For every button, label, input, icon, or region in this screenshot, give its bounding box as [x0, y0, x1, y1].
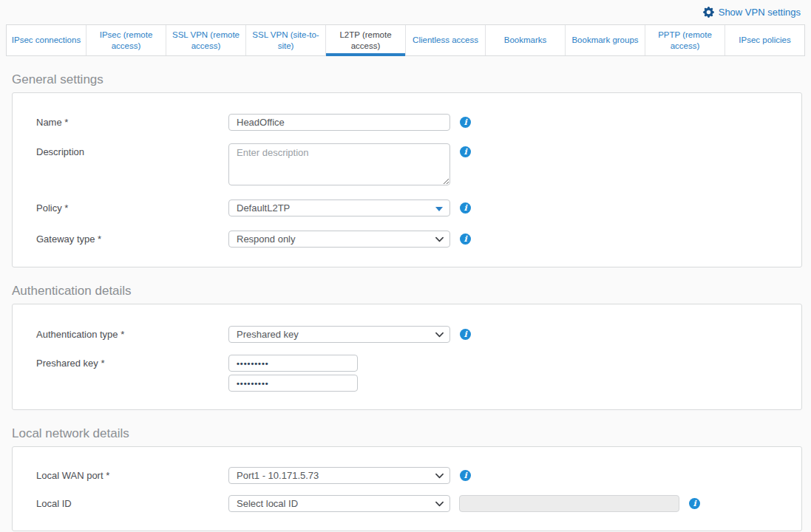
- vpn-tabbar: IPsec connections IPsec (remote access) …: [6, 24, 805, 56]
- tab-label: Bookmark groups: [571, 35, 638, 46]
- gateway-type-value: Respond only: [237, 233, 296, 245]
- tab-label: L2TP (remote access): [330, 30, 401, 52]
- tab-l2tp-remote-access[interactable]: L2TP (remote access): [325, 25, 405, 55]
- name-row: Name * i: [36, 114, 787, 131]
- local-id-value: Select local ID: [237, 498, 298, 509]
- chevron-down-icon: [435, 236, 444, 242]
- preshared-key-confirm-input[interactable]: [228, 375, 358, 392]
- gear-icon: [703, 7, 714, 18]
- tab-ipsec-connections[interactable]: IPsec connections: [7, 25, 86, 55]
- local-id-custom-input: [459, 495, 679, 512]
- local-id-row: Local ID Select local ID i: [36, 495, 787, 512]
- chevron-down-icon: [435, 501, 444, 507]
- preshared-key-row: Preshared key *: [36, 355, 787, 392]
- chevron-down-icon: [435, 473, 444, 479]
- show-vpn-settings-label: Show VPN settings: [719, 7, 801, 18]
- description-row: Description i: [36, 143, 787, 185]
- local-id-label: Local ID: [36, 495, 228, 512]
- local-wan-port-value: Port1 - 10.171.5.73: [237, 470, 319, 481]
- description-label: Description: [36, 143, 228, 160]
- info-icon[interactable]: i: [689, 498, 700, 509]
- tab-ipsec-policies[interactable]: IPsec policies: [725, 25, 804, 55]
- info-icon[interactable]: i: [460, 329, 471, 340]
- local-wan-port-label: Local WAN port *: [36, 467, 228, 484]
- tab-label: SSL VPN (site-to-site): [251, 30, 321, 52]
- gateway-type-select[interactable]: Respond only: [228, 231, 450, 248]
- local-wan-port-row: Local WAN port * Port1 - 10.171.5.73 i: [36, 467, 787, 484]
- name-input[interactable]: [228, 114, 450, 131]
- local-network-details-title: Local network details: [12, 426, 811, 441]
- policy-dropdown-value: DefaultL2TP: [237, 202, 290, 214]
- name-label: Name *: [36, 114, 228, 131]
- active-tab-indicator: [326, 53, 405, 56]
- tab-label: IPsec (remote access): [91, 30, 161, 52]
- policy-label: Policy *: [36, 200, 228, 216]
- auth-type-value: Preshared key: [237, 329, 299, 340]
- chevron-down-icon: [435, 332, 444, 338]
- general-settings-title: General settings: [12, 72, 811, 87]
- info-icon[interactable]: i: [460, 233, 471, 245]
- tab-label: IPsec connections: [12, 35, 81, 46]
- authentication-details-title: Authentication details: [12, 284, 811, 299]
- policy-row: Policy * DefaultL2TP i: [36, 200, 787, 216]
- tab-ssl-vpn-remote-access[interactable]: SSL VPN (remote access): [166, 25, 245, 55]
- caret-down-icon: [435, 207, 443, 211]
- gateway-type-row: Gateway type * Respond only i: [36, 231, 787, 248]
- tab-bookmark-groups[interactable]: Bookmark groups: [565, 25, 645, 55]
- local-id-select[interactable]: Select local ID: [228, 495, 450, 512]
- info-icon[interactable]: i: [460, 146, 471, 157]
- auth-type-select[interactable]: Preshared key: [228, 326, 450, 343]
- info-icon[interactable]: i: [460, 202, 471, 214]
- auth-type-label: Authentication type *: [36, 326, 228, 343]
- gateway-type-label: Gateway type *: [36, 231, 228, 248]
- vpn-settings-page: Show VPN settings IPsec connections IPse…: [0, 0, 811, 532]
- local-wan-port-select[interactable]: Port1 - 10.171.5.73: [228, 467, 450, 484]
- info-icon[interactable]: i: [460, 117, 471, 128]
- show-vpn-settings-button[interactable]: Show VPN settings: [703, 7, 801, 18]
- tab-pptp-remote-access[interactable]: PPTP (remote access): [645, 25, 725, 55]
- tab-bookmarks[interactable]: Bookmarks: [485, 25, 565, 55]
- tab-label: PPTP (remote access): [650, 30, 720, 52]
- description-textarea[interactable]: [228, 143, 450, 185]
- tab-ipsec-remote-access[interactable]: IPsec (remote access): [86, 25, 166, 55]
- tab-clientless-access[interactable]: Clientless access: [405, 25, 485, 55]
- tab-label: SSL VPN (remote access): [171, 30, 241, 52]
- preshared-key-label: Preshared key *: [36, 355, 228, 372]
- policy-dropdown[interactable]: DefaultL2TP: [228, 200, 450, 216]
- auth-type-row: Authentication type * Preshared key i: [36, 326, 787, 343]
- info-icon[interactable]: i: [460, 470, 471, 481]
- page-header: Show VPN settings: [0, 0, 811, 24]
- tab-label: IPsec policies: [739, 35, 790, 46]
- authentication-details-box: Authentication type * Preshared key i Pr…: [12, 304, 802, 410]
- tab-ssl-vpn-site-to-site[interactable]: SSL VPN (site-to-site): [245, 25, 325, 55]
- preshared-key-input[interactable]: [228, 355, 358, 372]
- general-settings-box: Name * i Description i Policy * DefaultL…: [12, 92, 802, 267]
- local-network-details-box: Local WAN port * Port1 - 10.171.5.73 i L…: [12, 446, 802, 531]
- tab-label: Clientless access: [413, 35, 478, 46]
- tab-label: Bookmarks: [504, 35, 547, 46]
